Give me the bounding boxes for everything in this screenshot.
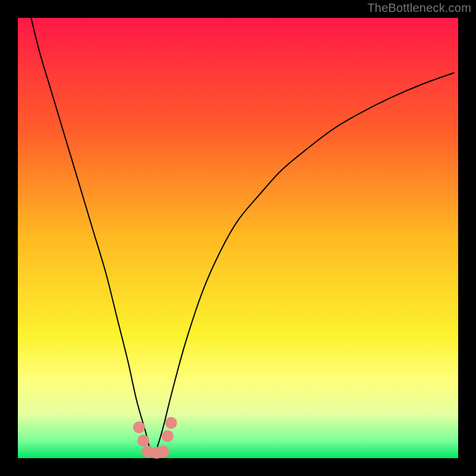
bottleneck-chart: [0, 0, 476, 476]
chart-frame: TheBottleneck.com: [0, 0, 476, 476]
highlight-marker: [165, 417, 177, 429]
watermark-text: TheBottleneck.com: [367, 1, 471, 15]
highlight-marker: [137, 434, 149, 446]
highlight-marker: [162, 430, 174, 442]
highlight-marker: [157, 446, 169, 458]
chart-background: [18, 18, 458, 458]
highlight-marker: [133, 421, 145, 433]
